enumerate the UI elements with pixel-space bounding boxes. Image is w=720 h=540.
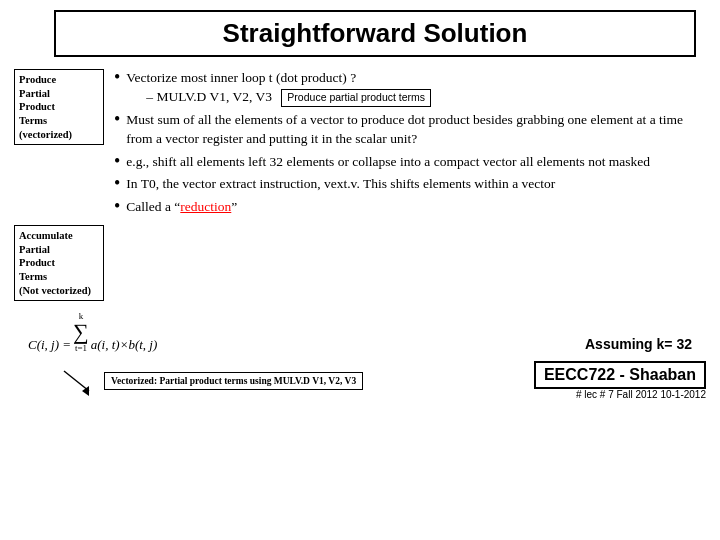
formula-row: C(i, j) = k ∑ t=1 a(i, t)×b(t, j) Assumi… (14, 311, 706, 353)
svg-line-0 (64, 371, 89, 391)
formula-area: C(i, j) = k ∑ t=1 a(i, t)×b(t, j) (28, 311, 258, 353)
eecc-section: EECC722 - Shaaban # lec # 7 Fall 2012 10… (534, 361, 706, 400)
assuming-area: Assuming k= 32 (258, 336, 706, 353)
arrow-icon (54, 366, 104, 396)
content-area: • Vectorize most inner loop t (dot produ… (104, 69, 706, 301)
reduction-link[interactable]: reduction (180, 199, 231, 214)
bullet-text-2: Must sum of all the elements of a vector… (126, 111, 702, 149)
left-labels: Produce Partial Product Terms (vectorize… (14, 69, 104, 301)
bullet-2: • Must sum of all the elements of a vect… (114, 111, 702, 149)
assuming-text: Assuming k= 32 (585, 336, 692, 352)
bottom-row: Vectorized: Partial product terms using … (14, 361, 706, 400)
bullet-dot-3: • (114, 152, 120, 172)
vectorized-section: Vectorized: Partial product terms using … (54, 366, 363, 396)
bullet-text-4: In T0, the vector extract instruction, v… (126, 175, 702, 194)
slide-title: Straightforward Solution (223, 18, 528, 48)
bullet-dot-1: • (114, 68, 120, 107)
slide: Straightforward Solution Produce Partial… (0, 0, 720, 540)
main-area: Produce Partial Product Terms (vectorize… (14, 69, 706, 301)
bullet-dot-2: • (114, 110, 120, 149)
bullet-3: • e.g., shift all elements left 32 eleme… (114, 153, 702, 172)
footer-text: # lec # 7 Fall 2012 10-1-2012 (576, 389, 706, 400)
vectorized-note: Vectorized: Partial product terms using … (104, 372, 363, 390)
bullet-5: • Called a “reduction” (114, 198, 702, 217)
bullet-text-5: Called a “reduction” (126, 198, 702, 217)
bullet-1: • Vectorize most inner loop t (dot produ… (114, 69, 702, 107)
label-accumulate: Accumulate Partial Product Terms (Not ve… (14, 225, 104, 301)
bullet-dot-5: • (114, 197, 120, 217)
badge-produce: Produce partial product terms (281, 89, 431, 107)
close-quote: ” (231, 199, 237, 214)
bullet-dot-4: • (114, 174, 120, 194)
called-text: Called a “ (126, 199, 180, 214)
title-box: Straightforward Solution (54, 10, 696, 57)
sub-dash-1: – MULV.D V1, V2, V3 Produce partial prod… (146, 88, 702, 107)
bullet-text-1: Vectorize most inner loop t (dot product… (126, 69, 702, 107)
label-produce: Produce Partial Product Terms (vectorize… (14, 69, 104, 145)
bullet-4: • In T0, the vector extract instruction,… (114, 175, 702, 194)
eecc-box: EECC722 - Shaaban (534, 361, 706, 389)
bullet-text-3: e.g., shift all elements left 32 element… (126, 153, 702, 172)
